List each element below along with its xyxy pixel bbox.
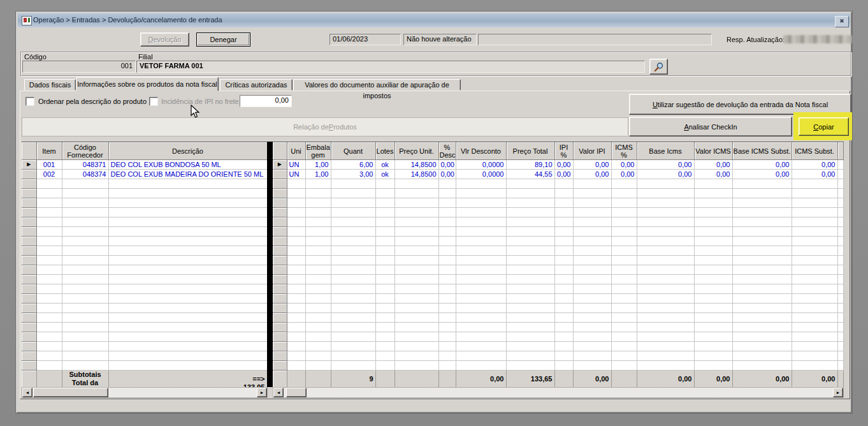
table-cell[interactable]: [287, 342, 305, 351]
table-cell[interactable]: [108, 294, 267, 304]
row-selector-cell[interactable]: [22, 265, 36, 275]
table-cell[interactable]: [732, 351, 792, 361]
table-cell[interactable]: 0,00: [573, 160, 611, 170]
table-cell[interactable]: [837, 323, 843, 332]
table-cell[interactable]: [837, 217, 843, 227]
table-cell[interactable]: [438, 198, 456, 208]
table-cell[interactable]: [611, 265, 637, 275]
table-cell[interactable]: [573, 217, 611, 227]
table-cell[interactable]: [792, 351, 837, 361]
table-cell[interactable]: [438, 294, 456, 304]
table-cell[interactable]: [375, 284, 394, 294]
table-cell[interactable]: [837, 361, 843, 371]
table-cell[interactable]: [62, 294, 108, 304]
table-cell[interactable]: [36, 217, 62, 227]
table-cell[interactable]: [792, 332, 837, 342]
table-cell[interactable]: [108, 265, 267, 275]
table-cell[interactable]: [36, 351, 62, 361]
table-cell[interactable]: [573, 275, 611, 284]
table-cell[interactable]: [394, 208, 438, 217]
denegar-button[interactable]: Denegar: [196, 33, 250, 47]
table-cell[interactable]: [456, 237, 506, 246]
table-cell[interactable]: [792, 284, 837, 294]
table-cell[interactable]: ok: [375, 160, 394, 170]
table-cell[interactable]: 0,00: [637, 170, 694, 179]
table-cell[interactable]: [637, 237, 694, 246]
table-cell[interactable]: 048374: [62, 170, 108, 179]
row-selector-cell[interactable]: [273, 170, 287, 179]
table-cell[interactable]: [331, 198, 375, 208]
table-cell[interactable]: [394, 217, 438, 227]
table-cell[interactable]: [732, 217, 792, 227]
table-cell[interactable]: [438, 256, 456, 265]
ordenar-checkbox-label[interactable]: Ordenar pela descrição do produto: [38, 98, 147, 105]
table-cell[interactable]: [611, 237, 637, 246]
table-cell[interactable]: [506, 217, 554, 227]
table-cell[interactable]: 14,8500: [394, 170, 438, 179]
row-selector-cell[interactable]: [22, 275, 36, 284]
table-cell[interactable]: [573, 227, 611, 237]
column-header[interactable]: Item: [36, 142, 62, 160]
table-cell[interactable]: [62, 275, 108, 284]
table-cell[interactable]: [438, 313, 456, 323]
table-cell[interactable]: [375, 179, 394, 189]
table-cell[interactable]: [837, 294, 843, 304]
table-cell[interactable]: [36, 198, 62, 208]
table-cell[interactable]: [331, 256, 375, 265]
row-selector-cell[interactable]: [22, 313, 36, 323]
table-cell[interactable]: [694, 342, 732, 351]
column-header[interactable]: Preço Unit.: [394, 142, 438, 160]
table-cell[interactable]: [62, 227, 108, 237]
row-selector-cell[interactable]: [273, 275, 287, 284]
column-header[interactable]: [22, 142, 36, 160]
table-cell[interactable]: [287, 227, 305, 237]
table-cell[interactable]: [108, 313, 267, 323]
table-cell[interactable]: [375, 217, 394, 227]
row-selector-cell[interactable]: [273, 189, 287, 198]
table-cell[interactable]: [36, 342, 62, 351]
table-cell[interactable]: 6,00: [331, 160, 375, 170]
table-cell[interactable]: [438, 304, 456, 313]
table-cell[interactable]: [611, 227, 637, 237]
table-cell[interactable]: [732, 342, 792, 351]
table-cell[interactable]: [394, 198, 438, 208]
row-selector-cell[interactable]: [22, 246, 36, 256]
tab-criticas-autorizadas[interactable]: Críticas autorizadas: [220, 79, 293, 91]
table-cell[interactable]: [554, 256, 573, 265]
table-cell[interactable]: [287, 323, 305, 332]
table-cell[interactable]: [375, 198, 394, 208]
table-cell[interactable]: 0,00: [554, 160, 573, 170]
table-cell[interactable]: [694, 275, 732, 284]
table-cell[interactable]: [456, 179, 506, 189]
table-cell[interactable]: [305, 332, 331, 342]
table-cell[interactable]: [375, 227, 394, 237]
table-cell[interactable]: [506, 284, 554, 294]
row-selector-cell[interactable]: [22, 170, 36, 179]
scroll-left-arrow-icon[interactable]: ◄: [22, 388, 33, 397]
table-cell[interactable]: [611, 275, 637, 284]
table-cell[interactable]: [456, 227, 506, 237]
analisar-checkin-button[interactable]: Analisar CheckIn: [629, 117, 792, 136]
row-selector-cell[interactable]: [273, 198, 287, 208]
row-selector-cell[interactable]: [22, 361, 36, 371]
table-cell[interactable]: [456, 313, 506, 323]
table-cell[interactable]: [732, 179, 792, 189]
table-cell[interactable]: [637, 189, 694, 198]
column-header[interactable]: Base ICMS Subst.: [732, 142, 792, 160]
table-cell[interactable]: [331, 361, 375, 371]
table-cell[interactable]: [554, 198, 573, 208]
table-cell[interactable]: [837, 342, 843, 351]
table-cell[interactable]: [506, 198, 554, 208]
table-cell[interactable]: [287, 313, 305, 323]
table-cell[interactable]: [456, 304, 506, 313]
table-cell[interactable]: [331, 237, 375, 246]
table-cell[interactable]: DEO COL EXUB MADEIRA DO ORIENTE 50 ML: [108, 170, 267, 179]
row-selector-cell[interactable]: [273, 246, 287, 256]
table-cell[interactable]: [456, 294, 506, 304]
table-cell[interactable]: [287, 217, 305, 227]
table-cell[interactable]: [331, 284, 375, 294]
table-cell[interactable]: 0,00: [438, 160, 456, 170]
table-cell[interactable]: [573, 189, 611, 198]
date-field[interactable]: 01/06/2023: [329, 34, 401, 45]
table-cell[interactable]: [108, 198, 267, 208]
